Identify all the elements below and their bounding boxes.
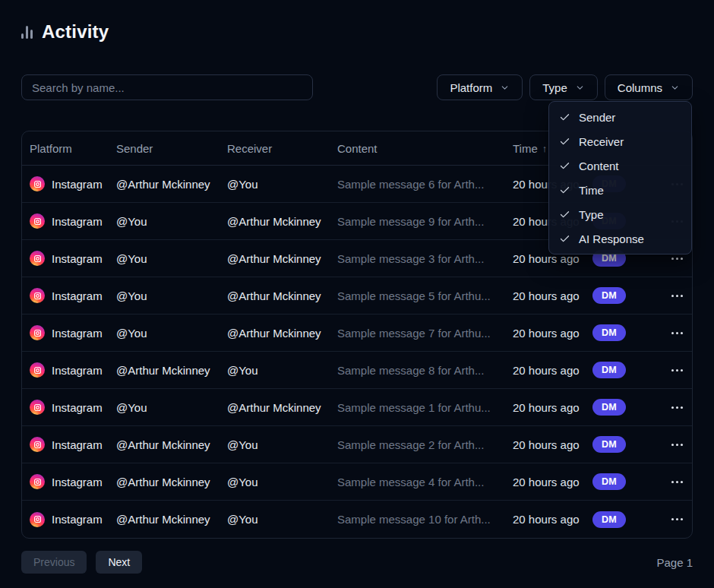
columns-dropdown-menu: Sender Receiver Content Time Type AI Res… [548,101,692,254]
timestamp: 20 hours ago [513,364,592,377]
column-header-platform: Platform [22,142,116,155]
type-filter-button[interactable]: Type [529,74,598,100]
columns-filter-label: Columns [618,81,662,94]
platform-name: Instagram [52,513,103,526]
receiver-link[interactable]: @You [227,513,337,526]
row-actions-button[interactable] [668,402,686,413]
sender-link[interactable]: @You [116,401,227,414]
table-row[interactable]: Instagram @You @Arthur Mckinney Sample m… [22,315,692,352]
platform-filter-button[interactable]: Platform [437,74,523,100]
type-badge: DM [592,436,626,453]
sender-link[interactable]: @You [116,252,227,265]
previous-page-button[interactable]: Previous [21,551,87,574]
table-row[interactable]: Instagram @Arthur Mckinney @You Sample m… [22,352,692,389]
receiver-link[interactable]: @You [227,364,337,377]
type-badge: DM [592,362,626,378]
columns-filter-button[interactable]: Columns [605,74,693,100]
table-row[interactable]: Instagram @Arthur Mckinney @You Sample m… [22,501,692,538]
platform-name: Instagram [52,178,103,191]
check-icon [559,185,570,196]
type-badge: DM [592,511,626,528]
column-header-time-label: Time [513,142,538,155]
timestamp: 20 hours ago [513,327,592,340]
receiver-link[interactable]: @You [227,438,337,451]
table-row[interactable]: Instagram @Arthur Mckinney @You Sample m… [22,463,692,501]
sender-link[interactable]: @You [116,289,227,302]
menu-item-content[interactable]: Content [552,153,688,178]
sender-link[interactable]: @Arthur Mckinney [116,178,227,191]
instagram-icon [30,288,45,303]
platform-name: Instagram [52,252,103,265]
platform-name: Instagram [52,215,103,228]
row-actions-button[interactable] [668,365,686,376]
page-header: Activity [21,21,693,43]
timestamp: 20 hours ago [513,401,592,414]
menu-item-receiver[interactable]: Receiver [552,129,688,153]
platform-name: Instagram [52,438,103,451]
sender-link[interactable]: @You [116,327,227,340]
sender-link[interactable]: @Arthur Mckinney [116,438,227,451]
column-header-content: Content [337,142,513,155]
message-content: Sample message 2 for Arth... [337,438,513,451]
row-actions-button[interactable] [668,476,686,488]
page-indicator: Page 1 [656,556,693,569]
type-filter-label: Type [542,81,567,94]
sender-link[interactable]: @Arthur Mckinney [116,364,227,377]
menu-item-label: Type [579,208,604,221]
sender-link[interactable]: @You [116,215,227,228]
menu-item-sender[interactable]: Sender [552,105,688,129]
sender-link[interactable]: @Arthur Mckinney [116,513,227,526]
row-actions-button[interactable] [668,327,686,339]
instagram-icon [30,474,45,489]
platform-name: Instagram [52,289,103,302]
check-icon [559,160,570,172]
column-header-receiver: Receiver [227,142,337,155]
search-input[interactable] [21,74,313,100]
row-actions-button[interactable] [668,514,686,525]
message-content: Sample message 9 for Arth... [337,215,513,228]
activity-page: Activity Platform Type Columns Platform … [0,0,714,574]
instagram-icon [30,437,45,452]
menu-item-label: Content [579,160,619,172]
instagram-icon [30,325,45,340]
receiver-link[interactable]: @Arthur Mckinney [227,401,337,414]
page-title: Activity [42,21,109,43]
table-row[interactable]: Instagram @Arthur Mckinney @You Sample m… [22,426,692,463]
message-content: Sample message 4 for Arth... [337,476,513,488]
check-icon [559,112,570,123]
pager-buttons: Previous Next [21,551,142,574]
instagram-icon [30,213,45,229]
receiver-link[interactable]: @Arthur Mckinney [227,327,337,340]
instagram-icon [30,176,45,191]
sender-link[interactable]: @Arthur Mckinney [116,476,227,488]
receiver-link[interactable]: @Arthur Mckinney [227,252,337,265]
receiver-link[interactable]: @You [227,178,337,191]
receiver-link[interactable]: @Arthur Mckinney [227,289,337,302]
menu-item-ai-response[interactable]: AI Response [552,226,688,251]
chevron-down-icon [670,83,680,93]
message-content: Sample message 10 for Arth... [337,513,513,526]
next-page-button[interactable]: Next [96,551,142,574]
menu-item-type[interactable]: Type [552,202,688,226]
type-badge: DM [592,287,626,304]
chevron-down-icon [575,83,585,93]
menu-item-time[interactable]: Time [552,178,688,202]
message-content: Sample message 6 for Arth... [337,178,513,191]
type-badge: DM [592,473,626,490]
row-actions-button[interactable] [668,290,686,302]
check-icon [559,209,570,220]
receiver-link[interactable]: @You [227,476,337,488]
table-row[interactable]: Instagram @You @Arthur Mckinney Sample m… [22,277,692,315]
table-row[interactable]: Instagram @You @Arthur Mckinney Sample m… [22,389,692,426]
toolbar: Platform Type Columns [21,74,693,100]
platform-name: Instagram [52,364,103,377]
timestamp: 20 hours ago [513,513,592,526]
platform-name: Instagram [52,327,103,340]
type-badge: DM [592,399,626,416]
row-actions-button[interactable] [668,439,686,450]
message-content: Sample message 1 for Arthu... [337,401,513,414]
bar-chart-icon [21,25,33,39]
sort-ascending-icon: ↑ [542,143,548,154]
menu-item-label: Sender [579,111,615,124]
receiver-link[interactable]: @Arthur Mckinney [227,215,337,228]
